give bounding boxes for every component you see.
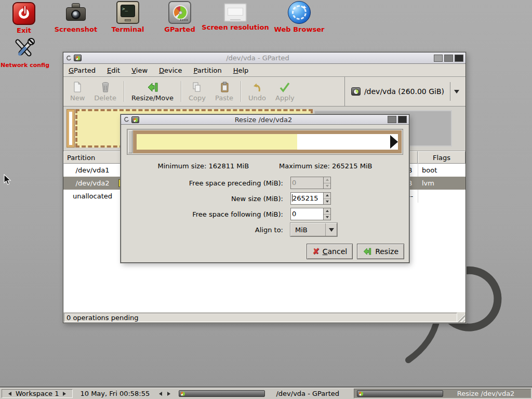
task-button-gparted[interactable]: /dev/vda - GParted	[176, 389, 353, 398]
column-header-flags[interactable]: Flags	[418, 151, 466, 164]
partition-resize-bar[interactable]	[133, 130, 402, 153]
device-selector[interactable]: /dev/vda (260.00 GiB)	[344, 77, 463, 106]
desktop-icon-network-config[interactable]: Network config	[3, 37, 47, 69]
dropdown-arrow-icon	[325, 223, 337, 236]
resize-confirm-button[interactable]: Resize	[357, 244, 404, 259]
toolbar-separator	[241, 81, 241, 102]
free-space-preceding-spinner: 0	[290, 177, 331, 189]
gparted-app-icon	[357, 390, 443, 397]
partition-name: /dev/vda2	[63, 179, 122, 187]
delete-trash-icon	[100, 81, 111, 94]
workspace-next-icon[interactable]	[63, 392, 68, 396]
workspace-label: Workspace 1	[16, 390, 59, 397]
spin-down-icon[interactable]	[324, 198, 330, 205]
gparted-disk-icon	[168, 1, 191, 24]
cancel-x-icon: ✘	[312, 247, 319, 256]
menu-partition[interactable]: Partition	[194, 66, 222, 74]
exit-power-icon	[12, 2, 35, 25]
partition-visual-vda1[interactable]	[67, 110, 74, 147]
dialog-title: Resize /dev/vda2	[141, 116, 386, 124]
new-size-spinner[interactable]: 265215	[290, 192, 331, 205]
gparted-app-icon	[179, 390, 265, 397]
operations-pending-status: 0 operations pending	[64, 313, 457, 322]
mouse-cursor	[3, 174, 11, 185]
toolbar: New Delete Resize/Move Copy	[63, 77, 466, 107]
spin-down-icon[interactable]	[324, 214, 330, 220]
new-button[interactable]: New	[65, 77, 89, 106]
desktop-icon-screenshot[interactable]: Screenshot	[47, 1, 104, 33]
free-space-preceding-label: Free space preceding (MiB):	[189, 179, 283, 187]
terminal-icon: >_	[116, 1, 139, 24]
main-window-titlebar[interactable]: /dev/vda - GParted	[63, 52, 466, 64]
cancel-button[interactable]: ✘ Cancel	[307, 244, 353, 259]
dialog-maximize-button[interactable]	[388, 116, 396, 123]
globe-icon: ✦	[288, 1, 311, 24]
task-list: /dev/vda - GParted Resize /dev/vda2	[176, 388, 532, 399]
spin-up-icon[interactable]	[324, 193, 330, 198]
spin-up-icon[interactable]	[324, 208, 330, 214]
resize-slider-widget	[127, 129, 403, 155]
apply-button[interactable]: Apply	[271, 77, 299, 106]
menu-gparted[interactable]: GParted	[69, 66, 96, 74]
dropdown-arrow-icon	[454, 90, 459, 96]
dialog-titlebar[interactable]: Resize /dev/vda2	[121, 115, 409, 125]
camera-icon	[64, 1, 87, 24]
desktop-icon-label: GParted	[164, 25, 195, 33]
partition-name: /dev/vda1	[63, 166, 122, 174]
menu-help[interactable]: Help	[233, 66, 249, 74]
column-header-partition[interactable]: Partition	[63, 151, 122, 164]
resize-dialog: Resize /dev/vda2 Minimum size: 162811 Mi…	[121, 114, 409, 263]
window-manager-icon	[65, 55, 72, 62]
menu-view[interactable]: View	[131, 66, 148, 74]
resize-move-button[interactable]: Resize/Move	[127, 77, 178, 106]
flags-cell: boot	[418, 164, 466, 177]
paste-button[interactable]: Paste	[210, 77, 238, 106]
align-to-label: Align to:	[255, 226, 283, 234]
disk-device-icon	[351, 87, 361, 96]
window-cycle-controls	[157, 388, 176, 399]
resize-form: Free space preceding (MiB): 0 New size (…	[121, 175, 409, 237]
task-button-resize-dialog[interactable]: Resize /dev/vda2	[354, 389, 531, 398]
desktop-icon-gparted[interactable]: GParted	[151, 1, 208, 33]
free-space-following-spinner[interactable]: 0	[290, 208, 331, 220]
window-manager-icon	[123, 116, 130, 123]
paste-clipboard-icon	[219, 81, 230, 94]
minimize-button[interactable]	[434, 55, 443, 62]
copy-button[interactable]: Copy	[184, 77, 210, 106]
size-limits: Minimum size: 162811 MiB Maximum size: 2…	[121, 162, 409, 170]
resize-arrow-icon	[363, 247, 372, 256]
window-resize-grip[interactable]	[457, 314, 465, 322]
desktop-icon-screen-resolution[interactable]: Screen resolution	[202, 1, 269, 31]
desktop-icon-terminal[interactable]: >_ Terminal	[99, 1, 156, 33]
dialog-close-button[interactable]	[398, 116, 407, 123]
apply-check-icon	[278, 81, 291, 94]
spin-down-icon	[324, 183, 330, 189]
resize-move-icon	[147, 81, 159, 94]
used-space-region	[137, 134, 297, 150]
status-bar: 0 operations pending	[63, 312, 466, 323]
menu-edit[interactable]: Edit	[107, 66, 120, 74]
desktop-icon-label: Exit	[17, 26, 31, 34]
undo-button[interactable]: Undo	[244, 77, 271, 106]
resize-right-handle-arrow-icon[interactable]	[390, 135, 398, 149]
align-to-dropdown[interactable]: MiB	[290, 223, 337, 236]
desktop-icon-web-browser[interactable]: ✦ Web Browser	[271, 1, 328, 33]
device-selector-value: /dev/vda (260.00 GiB)	[364, 87, 444, 96]
workspace-prev-icon[interactable]	[6, 392, 11, 396]
desktop-icon-label: Screenshot	[55, 25, 98, 33]
minimum-size-label: Minimum size: 162811 MiB	[157, 162, 249, 170]
maximize-button[interactable]	[444, 55, 453, 62]
desktop-icon-label: Terminal	[112, 25, 144, 33]
task-label: Resize /dev/vda2	[443, 390, 528, 397]
flags-cell	[418, 190, 466, 203]
flags-cell: lvm	[418, 177, 466, 190]
workspace-pager[interactable]: Workspace 1	[2, 389, 73, 398]
resize-left-handle[interactable]	[128, 130, 132, 153]
desktop-icon-label: Network config	[1, 62, 49, 69]
delete-button[interactable]: Delete	[89, 77, 121, 106]
cycle-prev-icon[interactable]	[157, 392, 162, 396]
close-button[interactable]	[455, 55, 463, 62]
menu-device[interactable]: Device	[159, 66, 182, 74]
cycle-next-icon[interactable]	[167, 392, 172, 396]
desktop-icon-exit[interactable]: Exit	[7, 2, 41, 34]
